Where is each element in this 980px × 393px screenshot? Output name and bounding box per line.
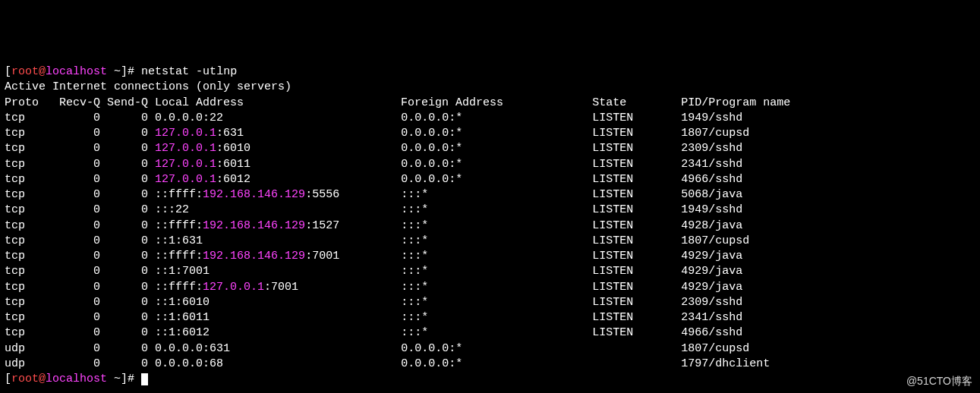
col-proto: tcp (5, 234, 59, 247)
col-local: 0.0.0.0:631 (155, 342, 401, 355)
col-recvq: 0 (59, 265, 100, 278)
prompt-at: @ (39, 373, 46, 385)
prompt-at: @ (39, 65, 46, 78)
col-local: 0.0.0.0:68 (155, 357, 401, 370)
table-row: tcp 0 0 ::ffff:127.0.0.1:7001 :::* LISTE… (5, 280, 975, 295)
col-proto: tcp (5, 203, 59, 216)
col-local: ::1:6012 (155, 326, 401, 339)
cursor (141, 373, 148, 385)
col-recvq: 0 (59, 296, 100, 309)
table-row: tcp 0 0 ::1:6011 :::* LISTEN 2341/sshd (5, 310, 975, 325)
col-foreign: 0.0.0.0:* (401, 142, 592, 155)
col-sendq: 0 (107, 326, 148, 339)
col-local: 127.0.0.1:6012 (155, 173, 401, 186)
col-foreign: :::* (401, 219, 592, 232)
col-local: ::ffff:192.168.146.129:1527 (155, 219, 401, 232)
col-foreign: 0.0.0.0:* (401, 357, 592, 370)
col-state: LISTEN (592, 234, 681, 247)
column-headers: Proto Recv-Q Send-Q Local Address Foreig… (5, 96, 975, 111)
col-program: 2341/sshd (681, 158, 742, 171)
col-local: 127.0.0.1:6011 (155, 158, 401, 171)
col-local: 127.0.0.1:6010 (155, 142, 401, 155)
col-state: LISTEN (592, 188, 681, 201)
col-state: LISTEN (592, 326, 681, 339)
table-row: tcp 0 0 0.0.0.0:22 0.0.0.0:* LISTEN 1949… (5, 111, 975, 126)
col-recvq: 0 (59, 234, 100, 247)
col-foreign: :::* (401, 296, 592, 309)
col-foreign: :::* (401, 234, 592, 247)
col-state: LISTEN (592, 296, 681, 309)
prompt-host: localhost (46, 373, 107, 385)
col-state: LISTEN (592, 142, 681, 155)
col-proto: tcp (5, 142, 59, 155)
col-sendq: 0 (107, 281, 148, 294)
col-recvq: 0 (59, 311, 100, 324)
col-recvq: 0 (59, 250, 100, 263)
prompt-bracket-open: [ (5, 373, 11, 385)
col-recvq: 0 (59, 219, 100, 232)
col-recvq: 0 (59, 188, 100, 201)
col-local: ::ffff:192.168.146.129:7001 (155, 250, 401, 263)
table-row: tcp 0 0 ::ffff:192.168.146.129:5556 :::*… (5, 187, 975, 203)
table-row: tcp 0 0 127.0.0.1:6012 0.0.0.0:* LISTEN … (5, 172, 975, 187)
col-sendq: 0 (107, 357, 148, 370)
col-recvq: 0 (59, 173, 100, 186)
col-sendq: 0 (107, 127, 148, 140)
col-recvq: 0 (59, 357, 100, 370)
col-program: 1949/sshd (681, 203, 742, 216)
terminal-output[interactable]: [root@localhost ~]# netstat -utlnpActive… (5, 64, 975, 387)
col-sendq: 0 (107, 219, 148, 232)
prompt-bracket-close: ] (121, 65, 128, 78)
col-proto: udp (5, 357, 59, 370)
col-sendq: 0 (107, 250, 148, 263)
col-foreign: :::* (401, 203, 592, 216)
col-program: 1807/cupsd (681, 342, 749, 355)
col-proto: tcp (5, 219, 59, 232)
command-line: [root@localhost ~]# netstat -utlnp (5, 64, 975, 80)
col-program: 4928/java (681, 219, 742, 232)
col-local: ::1:6011 (155, 311, 401, 324)
col-sendq: 0 (107, 173, 148, 186)
prompt-user: root (11, 65, 39, 78)
col-recvq: 0 (59, 112, 100, 124)
col-program: 2341/sshd (681, 311, 742, 324)
col-program: 4929/java (681, 281, 742, 294)
prompt-bracket-close: ] (121, 373, 128, 385)
col-recvq: 0 (59, 203, 100, 216)
col-proto: tcp (5, 112, 59, 124)
col-local: ::1:6010 (155, 296, 401, 309)
col-foreign: :::* (401, 326, 592, 339)
table-row: udp 0 0 0.0.0.0:631 0.0.0.0:* 1807/cupsd (5, 341, 975, 357)
prompt-bracket-open: [ (5, 65, 11, 78)
col-sendq: 0 (107, 158, 148, 171)
col-local: 0.0.0.0:22 (155, 112, 401, 124)
col-proto: tcp (5, 326, 59, 339)
col-foreign: 0.0.0.0:* (401, 112, 592, 124)
col-foreign: 0.0.0.0:* (401, 127, 592, 140)
col-sendq: 0 (107, 203, 148, 216)
col-proto: tcp (5, 281, 59, 294)
col-state (592, 342, 681, 355)
col-recvq: 0 (59, 127, 100, 140)
col-state: LISTEN (592, 311, 681, 324)
col-foreign: 0.0.0.0:* (401, 342, 592, 355)
col-state: LISTEN (592, 112, 681, 124)
table-row: tcp 0 0 127.0.0.1:631 0.0.0.0:* LISTEN 1… (5, 126, 975, 141)
col-foreign: 0.0.0.0:* (401, 158, 592, 171)
col-sendq: 0 (107, 265, 148, 278)
prompt-hash: # (128, 65, 141, 78)
col-recvq: 0 (59, 281, 100, 294)
prompt-line[interactable]: [root@localhost ~]# (5, 372, 975, 387)
table-row: tcp 0 0 ::1:7001 :::* LISTEN 4929/java (5, 264, 975, 279)
table-row: tcp 0 0 ::ffff:192.168.146.129:1527 :::*… (5, 219, 975, 234)
col-state: LISTEN (592, 173, 681, 186)
col-sendq: 0 (107, 311, 148, 324)
command-text: netstat -utlnp (141, 65, 237, 78)
col-state: LISTEN (592, 203, 681, 216)
col-proto: tcp (5, 265, 59, 278)
table-row: tcp 0 0 ::1:631 :::* LISTEN 1807/cupsd (5, 234, 975, 249)
prompt-user: root (11, 373, 39, 385)
col-proto: tcp (5, 173, 59, 186)
col-local: ::1:631 (155, 234, 401, 247)
col-local: ::ffff:192.168.146.129:5556 (155, 188, 401, 201)
